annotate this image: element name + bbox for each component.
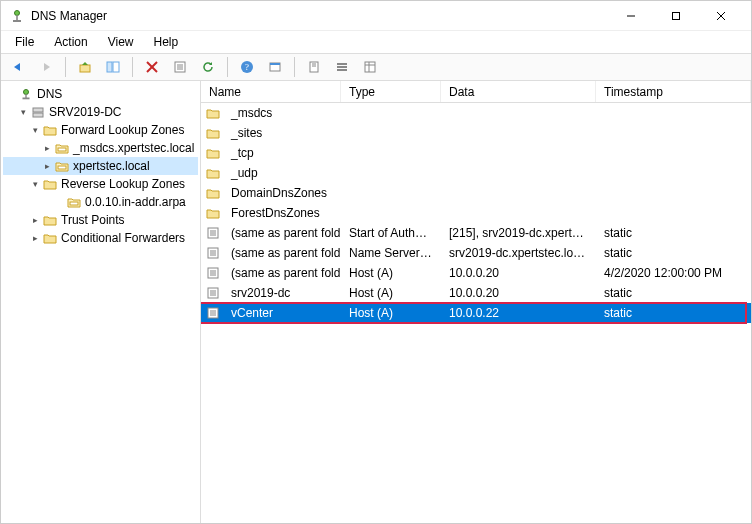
delete-button[interactable] — [141, 56, 163, 78]
titlebar: DNS Manager — [1, 1, 751, 31]
toolbar-separator — [294, 57, 295, 77]
menu-help[interactable]: Help — [146, 33, 187, 51]
column-headers: Name Type Data Timestamp — [201, 81, 751, 103]
folder-icon — [205, 145, 221, 161]
expander-icon[interactable]: ▾ — [29, 125, 41, 135]
list-row[interactable]: (same as parent folder)Host (A)10.0.0.20… — [201, 263, 751, 283]
zone-icon — [54, 158, 70, 174]
tree-label: _msdcs.xpertstec.local — [73, 141, 194, 155]
close-button[interactable] — [698, 2, 743, 30]
cell-type: Name Server (... — [341, 246, 441, 260]
expander-icon[interactable]: ▸ — [29, 215, 41, 225]
up-button[interactable] — [74, 56, 96, 78]
details-button[interactable] — [359, 56, 381, 78]
menu-file[interactable]: File — [7, 33, 42, 51]
cell-timestamp: static — [596, 226, 751, 240]
cell-type: Host (A) — [341, 286, 441, 300]
column-header-name[interactable]: Name — [201, 81, 341, 102]
cell-data: 10.0.0.20 — [441, 266, 596, 280]
svg-point-0 — [15, 10, 20, 15]
help-button[interactable]: ? — [236, 56, 258, 78]
cell-name: _tcp — [223, 146, 341, 160]
svg-point-29 — [24, 90, 29, 95]
properties-button[interactable] — [169, 56, 191, 78]
cell-name: _udp — [223, 166, 341, 180]
expander-icon[interactable]: ▸ — [41, 161, 53, 171]
svg-rect-30 — [25, 94, 26, 98]
tree-label: DNS — [37, 87, 62, 101]
tree-node-rlz-zone[interactable]: 0.0.10.in-addr.arpa — [3, 193, 198, 211]
svg-rect-31 — [23, 98, 30, 100]
tree-node-trust[interactable]: ▸ Trust Points — [3, 211, 198, 229]
main-split: DNS ▾ SRV2019-DC ▾ Forward Lookup Zones … — [1, 81, 751, 524]
svg-rect-25 — [337, 69, 347, 71]
list-row[interactable]: _tcp — [201, 143, 751, 163]
record-icon — [205, 245, 221, 261]
expander-icon[interactable]: ▾ — [17, 107, 29, 117]
new-window-button[interactable] — [264, 56, 286, 78]
svg-rect-24 — [337, 66, 347, 68]
tree-label: 0.0.10.in-addr.arpa — [85, 195, 186, 209]
folder-icon — [205, 205, 221, 221]
svg-rect-23 — [337, 63, 347, 65]
folder-icon — [205, 185, 221, 201]
list-row[interactable]: vCenterHost (A)10.0.0.22static — [201, 303, 751, 323]
record-icon — [205, 265, 221, 281]
filter-button[interactable] — [303, 56, 325, 78]
tree-node-rlz[interactable]: ▾ Reverse Lookup Zones — [3, 175, 198, 193]
list-row[interactable]: DomainDnsZones — [201, 183, 751, 203]
list-row[interactable]: ForestDnsZones — [201, 203, 751, 223]
maximize-button[interactable] — [653, 2, 698, 30]
tree-node-server[interactable]: ▾ SRV2019-DC — [3, 103, 198, 121]
expander-icon[interactable]: ▸ — [41, 143, 53, 153]
show-hide-tree-button[interactable] — [102, 56, 124, 78]
list-button[interactable] — [331, 56, 353, 78]
svg-rect-34 — [58, 148, 66, 151]
list-row[interactable]: (same as parent folder)Start of Authori.… — [201, 223, 751, 243]
list-row[interactable]: (same as parent folder)Name Server (...s… — [201, 243, 751, 263]
tree-node-cond[interactable]: ▸ Conditional Forwarders — [3, 229, 198, 247]
expander-icon[interactable]: ▾ — [29, 179, 41, 189]
record-icon — [205, 225, 221, 241]
forward-button[interactable] — [35, 56, 57, 78]
tree-label: Reverse Lookup Zones — [61, 177, 185, 191]
zone-icon — [54, 140, 70, 156]
toolbar-separator — [65, 57, 66, 77]
list-row[interactable]: _udp — [201, 163, 751, 183]
svg-rect-4 — [672, 12, 679, 19]
menubar: File Action View Help — [1, 31, 751, 53]
back-button[interactable] — [7, 56, 29, 78]
menu-view[interactable]: View — [100, 33, 142, 51]
tree-node-flz-xpertstec[interactable]: ▸ xpertstec.local — [3, 157, 198, 175]
tree-pane[interactable]: DNS ▾ SRV2019-DC ▾ Forward Lookup Zones … — [1, 81, 201, 524]
expander-icon[interactable]: ▸ — [29, 233, 41, 243]
svg-rect-26 — [365, 62, 375, 72]
tree-label: xpertstec.local — [73, 159, 150, 173]
cell-data: 10.0.0.22 — [441, 306, 596, 320]
minimize-button[interactable] — [608, 2, 653, 30]
dns-root-icon — [18, 86, 34, 102]
cell-type: Host (A) — [341, 266, 441, 280]
list-body[interactable]: _msdcs_sites_tcp_udpDomainDnsZonesForest… — [201, 103, 751, 524]
server-icon — [30, 104, 46, 120]
cell-name: (same as parent folder) — [223, 246, 341, 260]
svg-rect-9 — [113, 62, 119, 72]
svg-rect-2 — [13, 20, 21, 22]
tree-node-dns[interactable]: DNS — [3, 85, 198, 103]
cell-name: srv2019-dc — [223, 286, 341, 300]
svg-rect-33 — [33, 113, 43, 117]
column-header-data[interactable]: Data — [441, 81, 596, 102]
tree-node-flz-msdcs[interactable]: ▸ _msdcs.xpertstec.local — [3, 139, 198, 157]
list-row[interactable]: _msdcs — [201, 103, 751, 123]
cell-type: Start of Authori... — [341, 226, 441, 240]
svg-rect-35 — [58, 166, 66, 169]
cell-name: _msdcs — [223, 106, 341, 120]
tree-node-flz[interactable]: ▾ Forward Lookup Zones — [3, 121, 198, 139]
list-row[interactable]: srv2019-dcHost (A)10.0.0.20static — [201, 283, 751, 303]
column-header-type[interactable]: Type — [341, 81, 441, 102]
list-row[interactable]: _sites — [201, 123, 751, 143]
refresh-button[interactable] — [197, 56, 219, 78]
column-header-timestamp[interactable]: Timestamp — [596, 81, 751, 102]
menu-action[interactable]: Action — [46, 33, 95, 51]
folder-icon — [205, 125, 221, 141]
